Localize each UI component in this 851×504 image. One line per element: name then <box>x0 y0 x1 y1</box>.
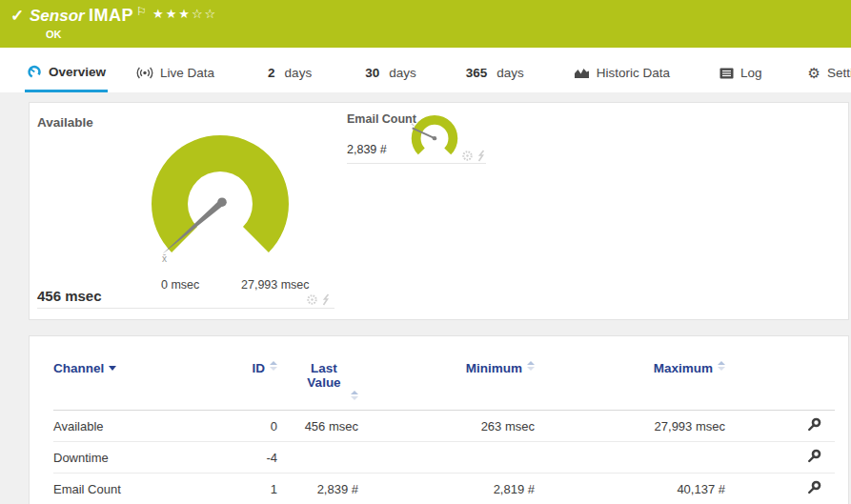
priority-flag-icon[interactable]: ⚐ <box>136 5 147 18</box>
tab-2-days-label: days <box>285 66 313 80</box>
available-gauge-dial: x̄ <box>144 128 296 280</box>
table-row-available: Available 0 456 msec 263 msec 27,993 mse… <box>53 411 835 442</box>
table-row-email-count: Email Count 1 2,839 # 2,819 # 40,137 # <box>53 474 835 504</box>
channel-id: -4 <box>220 451 277 465</box>
tab-30-days-number: 30 <box>365 66 379 80</box>
column-header-channel[interactable]: Channel <box>53 361 220 375</box>
column-header-minimum-label: Minimum <box>466 361 522 375</box>
channel-last-value: 456 msec <box>277 419 358 433</box>
column-header-last-value[interactable]: Last Value <box>277 361 358 400</box>
tab-2-days-number: 2 <box>268 66 275 80</box>
sensor-status-badge: OK <box>46 29 62 40</box>
channel-id: 1 <box>220 482 277 496</box>
tab-historic-data[interactable]: Historic Data <box>572 48 672 92</box>
tab-log-label: Log <box>740 66 762 80</box>
tab-log[interactable]: Log <box>718 48 764 92</box>
gauge-scale-min: 0 msec <box>161 278 199 292</box>
channel-name[interactable]: Downtime <box>53 451 220 465</box>
sort-toggle-icon <box>527 361 535 371</box>
gauge-available-actions[interactable] <box>306 293 331 306</box>
tab-overview-label: Overview <box>49 65 106 79</box>
column-header-minimum[interactable]: Minimum <box>358 361 535 375</box>
average-marker: x̄ <box>162 253 167 264</box>
gauge-email-count-actions[interactable] <box>461 150 486 162</box>
sort-toggle-icon <box>270 361 277 371</box>
tab-settings[interactable]: ⚙ Settings <box>806 48 851 92</box>
sort-toggle-icon <box>351 391 358 400</box>
column-header-maximum[interactable]: Maximum <box>535 361 725 375</box>
gauge-bolt-icon[interactable] <box>476 150 486 162</box>
sensor-name: IMAP <box>89 6 133 25</box>
area-chart-icon <box>574 67 590 79</box>
sensor-title-prefix: Sensor <box>30 7 85 25</box>
channel-table-panel: Channel ID Last Value Minimum Maximum Av… <box>29 335 849 504</box>
tab-live-data-label: Live Data <box>160 66 214 80</box>
sort-desc-icon <box>109 366 116 371</box>
table-row-downtime: Downtime -4 <box>53 442 835 474</box>
gauge-available-value: 456 msec <box>37 288 102 304</box>
column-header-channel-label: Channel <box>53 361 104 375</box>
gauge-scale-max: 27,993 msec <box>241 278 310 292</box>
gear-icon: ⚙ <box>808 65 821 82</box>
gauge-email-count-label: Email Count <box>347 112 416 126</box>
column-header-id[interactable]: ID <box>220 361 277 375</box>
table-header-row: Channel ID Last Value Minimum Maximum <box>53 361 835 411</box>
edit-channel-gear-icon <box>806 449 821 464</box>
gauge-available: Available x̄ 0 msec 27,993 msec 456 msec <box>37 111 334 309</box>
gauge-available-label: Available <box>37 115 93 130</box>
gauge-settings-icon[interactable] <box>306 293 318 306</box>
tab-30-days[interactable]: 30 days <box>363 48 418 92</box>
edit-channel-button[interactable] <box>806 480 821 498</box>
column-header-maximum-label: Maximum <box>654 361 713 375</box>
column-header-id-label: ID <box>253 361 266 375</box>
column-header-last-value-label: Last Value <box>302 361 346 390</box>
tab-30-days-label: days <box>389 66 416 80</box>
tab-live-data[interactable]: Live Data <box>134 48 216 92</box>
channel-name[interactable]: Available <box>53 419 220 433</box>
page-title: Sensor IMAP⚐ <box>30 5 147 26</box>
tab-365-days[interactable]: 365 days <box>464 48 526 92</box>
gauges-panel: Available x̄ 0 msec 27,993 msec 456 msec… <box>29 102 849 320</box>
live-data-icon <box>136 67 153 79</box>
tab-historic-data-label: Historic Data <box>597 66 670 80</box>
priority-stars[interactable]: ★★★☆☆ <box>152 7 217 21</box>
channel-table: Channel ID Last Value Minimum Maximum Av… <box>53 361 835 504</box>
tab-365-days-label: days <box>496 66 524 80</box>
log-list-icon <box>719 68 734 79</box>
gauge-bolt-icon[interactable] <box>321 293 331 306</box>
edit-channel-button[interactable] <box>806 449 821 467</box>
gauge-icon <box>27 64 42 79</box>
stars-filled[interactable]: ★★★ <box>152 7 192 21</box>
edit-channel-gear-icon <box>806 417 821 433</box>
channel-id: 0 <box>220 419 277 433</box>
tab-bar: Overview Live Data 2 days 30 days 365 da… <box>0 48 851 92</box>
channel-minimum: 263 msec <box>358 419 535 433</box>
sensor-header: ✓ Sensor IMAP⚐ ★★★☆☆ OK <box>0 0 851 48</box>
channel-name[interactable]: Email Count <box>53 482 220 496</box>
status-ok-check-icon: ✓ <box>10 6 24 26</box>
stars-empty[interactable]: ☆☆ <box>192 7 217 21</box>
gauge-email-count: Email Count 2,839 # <box>347 111 486 164</box>
sort-toggle-icon <box>718 361 725 371</box>
tab-2-days[interactable]: 2 days <box>266 48 314 92</box>
channel-maximum: 27,993 msec <box>535 419 725 433</box>
gauge-email-count-value: 2,839 # <box>347 143 387 156</box>
tab-overview[interactable]: Overview <box>25 48 108 92</box>
tab-settings-label: Settings <box>827 66 851 80</box>
email-count-gauge-dial <box>408 113 461 167</box>
edit-channel-gear-icon <box>806 480 821 495</box>
edit-channel-button[interactable] <box>806 417 821 435</box>
channel-minimum: 2,819 # <box>358 482 535 496</box>
tab-365-days-number: 365 <box>466 66 488 80</box>
gauge-settings-icon[interactable] <box>461 150 474 162</box>
channel-last-value: 2,839 # <box>277 482 358 496</box>
channel-maximum: 40,137 # <box>535 482 725 496</box>
